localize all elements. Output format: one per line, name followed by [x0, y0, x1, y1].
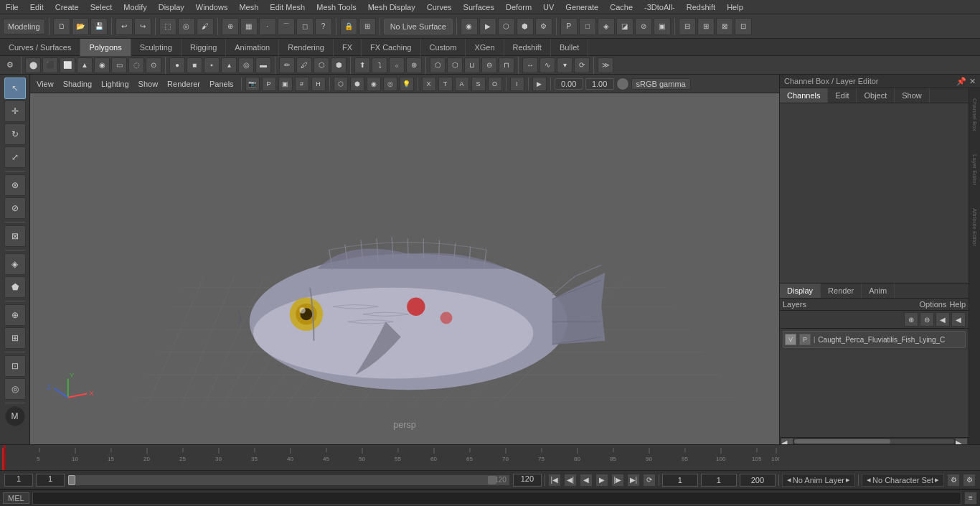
current-frame-input[interactable]: 1 — [36, 474, 65, 487]
tab-sculpting[interactable]: Sculpting — [131, 39, 182, 56]
jump-start-btn[interactable]: |◀ — [548, 474, 561, 487]
render-settings-btn[interactable]: ⚙ — [535, 18, 552, 35]
subdiv-torus-btn[interactable]: ◎ — [238, 57, 254, 73]
vp-menu-shading[interactable]: Shading — [60, 80, 95, 88]
rp-tab-edit[interactable]: Edit — [828, 88, 857, 103]
tab-redshift[interactable]: Redshift — [504, 39, 551, 56]
light-btn[interactable]: 💡 — [400, 77, 414, 91]
step-fwd-btn[interactable]: |▶ — [611, 474, 624, 487]
bevel-btn[interactable]: ⬦ — [389, 57, 405, 73]
select-btn[interactable]: ⬚ — [159, 18, 176, 35]
subdiv-cone-btn[interactable]: ▴ — [221, 57, 237, 73]
menu-select[interactable]: Select — [85, 1, 118, 13]
combine-btn[interactable]: ⬠ — [430, 57, 446, 73]
play-back-btn[interactable]: ◀ — [580, 474, 593, 487]
retopo-btn[interactable]: ⟳ — [574, 57, 590, 73]
undo-btn[interactable]: ↩ — [116, 18, 133, 35]
play-fwd-btn[interactable]: ▶ — [595, 474, 608, 487]
rp-tab-show[interactable]: Show — [895, 88, 930, 103]
subdiv-cube-btn[interactable]: ■ — [187, 57, 202, 73]
last-tool-btn[interactable]: ◈ — [4, 253, 26, 275]
cube-btn[interactable]: ⬛ — [42, 57, 58, 73]
layout4-btn[interactable]: ⊡ — [735, 18, 752, 35]
menu-mesh[interactable]: Mesh — [233, 1, 264, 13]
gimbal-btn[interactable]: ◎ — [4, 378, 26, 400]
tab-fx-caching[interactable]: FX Caching — [362, 39, 420, 56]
show-manip-btn[interactable]: ⊠ — [4, 225, 26, 247]
time-slider-thumb[interactable] — [68, 475, 75, 485]
more-btn[interactable]: ≫ — [598, 57, 613, 73]
settings-btn[interactable]: ⚙ — [3, 58, 17, 72]
anim-settings-btn[interactable]: ⚙ — [947, 474, 960, 487]
layout2-btn[interactable]: ⊞ — [697, 18, 715, 35]
display4-btn[interactable]: ⊘ — [635, 18, 652, 35]
attr-editor-vert-tab[interactable]: Attribute Editor — [971, 208, 978, 246]
vp-menu-renderer[interactable]: Renderer — [164, 80, 204, 88]
tab-rigging[interactable]: Rigging — [182, 39, 226, 56]
lasso-btn[interactable]: ◎ — [178, 18, 195, 35]
rotate-btn[interactable]: ↻ — [4, 123, 26, 145]
sculpt-btn[interactable]: ⬡ — [314, 57, 329, 73]
disk-btn[interactable]: ◌ — [128, 57, 144, 73]
sphere-btn[interactable]: ⬤ — [25, 57, 41, 73]
plane-btn[interactable]: ▭ — [111, 57, 127, 73]
menu-mesh-display[interactable]: Mesh Display — [362, 1, 421, 13]
new-file-btn[interactable]: 🗋 — [53, 18, 70, 35]
quad-draw-btn[interactable]: ⬢ — [331, 57, 347, 73]
select-tool-btn[interactable]: ↖ — [4, 78, 26, 99]
layer-opts-btn[interactable]: ◀ — [936, 312, 950, 327]
menu-surfaces[interactable]: Surfaces — [458, 1, 500, 13]
rp-subtab-render[interactable]: Render — [821, 284, 862, 298]
reduce-btn[interactable]: ▾ — [557, 57, 573, 73]
timeline[interactable]: 1 5 10 15 20 25 30 35 40 45 50 — [0, 444, 980, 470]
merge-btn[interactable]: ⊕ — [406, 57, 422, 73]
universal-manip-btn[interactable]: ⊡ — [4, 355, 26, 377]
menu-modify[interactable]: Modify — [118, 1, 152, 13]
color-space-indicator[interactable] — [616, 78, 629, 90]
menu-deform[interactable]: Deform — [500, 1, 537, 13]
bool-inter-btn[interactable]: ⊓ — [499, 57, 514, 73]
playblast-btn[interactable]: ▶ — [532, 77, 547, 91]
menu-redshift[interactable]: Redshift — [681, 1, 721, 13]
film-gate-btn[interactable]: ▣ — [278, 77, 293, 91]
render-btn[interactable]: ▶ — [479, 18, 496, 35]
persp-btn[interactable]: P — [560, 18, 578, 35]
render-seq-btn[interactable]: ⬢ — [517, 18, 534, 35]
layer-scroll-left[interactable]: ◀ — [781, 439, 793, 444]
maya-logo-btn[interactable]: M — [5, 406, 25, 426]
persp-select-btn[interactable]: P — [262, 77, 276, 91]
menu-cache[interactable]: Cache — [604, 1, 639, 13]
mirror-btn[interactable]: ↔ — [522, 57, 538, 73]
tab-custom[interactable]: Custom — [421, 39, 466, 56]
curve-btn[interactable]: ⌒ — [278, 18, 295, 35]
layer-visibility-btn[interactable]: V — [785, 334, 796, 345]
rp-tab-object[interactable]: Object — [857, 88, 895, 103]
pen-btn[interactable]: ✏ — [279, 57, 295, 73]
cone-btn[interactable]: ▲ — [77, 57, 93, 73]
vp-menu-show[interactable]: Show — [135, 80, 162, 88]
vp-menu-view[interactable]: View — [33, 80, 57, 88]
options-label[interactable]: Options — [919, 300, 946, 309]
tab-xgen[interactable]: XGen — [466, 39, 504, 56]
subdiv-plane-btn[interactable]: ▬ — [255, 57, 271, 73]
layer-prev-btn[interactable]: ◀ — [951, 312, 966, 327]
vp-menu-panels[interactable]: Panels — [206, 80, 237, 88]
rp-tab-channels[interactable]: Channels — [780, 88, 828, 103]
ambient-btn[interactable]: A — [455, 77, 469, 91]
save-file-btn[interactable]: 💾 — [90, 18, 108, 35]
tab-bullet[interactable]: Bullet — [551, 39, 589, 56]
step-back-btn[interactable]: ◀| — [564, 474, 577, 487]
grid-btn[interactable]: ▦ — [240, 18, 258, 35]
transform-btn[interactable]: ✛ — [4, 100, 26, 122]
paint-sel-btn[interactable]: ⬟ — [4, 276, 26, 298]
paint-btn[interactable]: 🖌 — [197, 18, 214, 35]
anim-layer-dropdown[interactable]: ◂ No Anim Layer ▸ — [782, 474, 855, 487]
menu-edit[interactable]: Edit — [24, 1, 50, 13]
cylinder-btn[interactable]: ⬜ — [60, 57, 75, 73]
point-btn[interactable]: · — [259, 18, 276, 35]
texture-btn[interactable]: T — [438, 77, 453, 91]
char-set-dropdown[interactable]: ◂ No Character Set ▸ — [862, 474, 944, 487]
render-preview-btn[interactable]: ◉ — [461, 18, 478, 35]
snap-together-btn[interactable]: ⊕ — [4, 304, 26, 326]
menu-generate[interactable]: Generate — [560, 1, 604, 13]
